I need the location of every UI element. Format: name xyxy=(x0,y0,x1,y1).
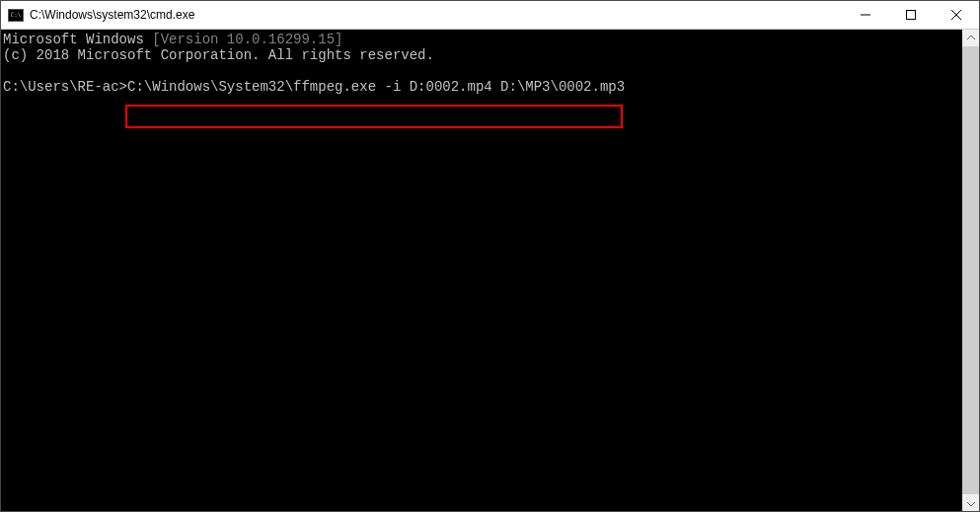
titlebar[interactable]: C:\Windows\system32\cmd.exe xyxy=(1,1,979,30)
maximize-button[interactable] xyxy=(888,1,934,29)
annotation-highlight-box xyxy=(125,105,623,128)
command-input[interactable]: C:\Windows\System32\ffmpeg.exe -i D:0002… xyxy=(127,79,625,95)
close-icon xyxy=(951,10,961,20)
scroll-up-button[interactable] xyxy=(962,30,979,46)
window-title: C:\Windows\system32\cmd.exe xyxy=(30,8,843,22)
scroll-thumb[interactable] xyxy=(962,46,979,494)
minimize-icon xyxy=(861,10,870,20)
version-number: [Version 10.0.16299.15] xyxy=(152,32,342,47)
blank-line xyxy=(3,63,960,79)
copyright-text-a: (c) 2018 Microsoft Corporation. xyxy=(3,47,260,63)
chevron-up-icon xyxy=(967,35,975,42)
vertical-scrollbar[interactable] xyxy=(962,30,979,511)
version-text-a: Microsoft Windows xyxy=(3,32,144,47)
minimize-button[interactable] xyxy=(843,1,888,29)
copyright-line: (c) 2018 Microsoft Corporation. All righ… xyxy=(3,47,960,63)
prompt-text: C:\Users\RE-ac> xyxy=(3,79,127,95)
cmd-icon xyxy=(8,9,24,22)
svg-rect-1 xyxy=(907,11,916,20)
maximize-icon xyxy=(906,10,916,20)
cmd-window: C:\Windows\system32\cmd.exe Microsoft Wi… xyxy=(0,0,980,512)
content-area: Microsoft Windows [Version 10.0.16299.15… xyxy=(1,30,979,511)
scroll-down-button[interactable] xyxy=(962,494,979,511)
chevron-down-icon xyxy=(967,499,975,507)
window-controls xyxy=(843,1,979,29)
version-line: Microsoft Windows [Version 10.0.16299.15… xyxy=(3,32,960,47)
terminal-output[interactable]: Microsoft Windows [Version 10.0.16299.15… xyxy=(1,30,962,511)
close-button[interactable] xyxy=(934,1,979,29)
prompt-line: C:\Users\RE-ac>C:\Windows\System32\ffmpe… xyxy=(3,79,960,95)
copyright-text-b: All rights reserved. xyxy=(268,47,434,63)
scroll-track[interactable] xyxy=(962,46,979,494)
